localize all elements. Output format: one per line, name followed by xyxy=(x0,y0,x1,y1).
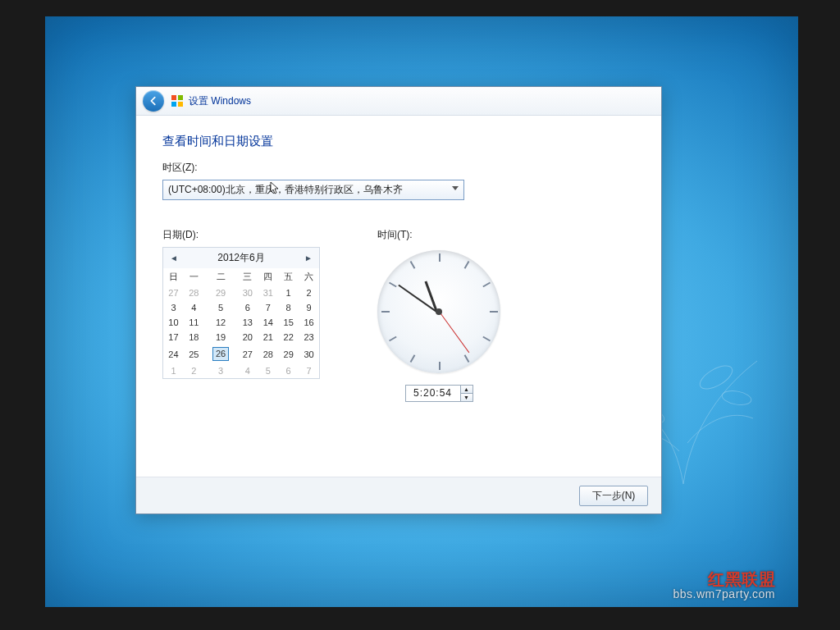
calendar-day[interactable]: 5 xyxy=(204,300,238,315)
calendar-day[interactable]: 15 xyxy=(278,315,299,330)
calendar-day[interactable]: 16 xyxy=(299,315,319,330)
calendar-day[interactable]: 4 xyxy=(184,300,204,315)
calendar-day[interactable]: 29 xyxy=(204,285,238,300)
watermark: 红黑联盟 bbs.wm7party.com xyxy=(673,571,775,600)
svg-rect-5 xyxy=(171,102,176,107)
watermark-logo: 红黑联盟 xyxy=(673,571,775,587)
windows-flag-icon xyxy=(171,94,184,107)
calendar-day[interactable]: 12 xyxy=(204,315,238,330)
analog-clock xyxy=(377,250,500,373)
time-column: 时间(T): 5:20:54 ▲ ▼ xyxy=(377,228,500,402)
calendar-day[interactable]: 27 xyxy=(163,285,184,300)
time-label: 时间(T): xyxy=(377,228,413,242)
calendar-grid: 日一二三四五六 27282930311234567891011121314151… xyxy=(163,268,319,378)
calendar-weekday: 日 xyxy=(163,268,184,285)
calendar-day[interactable]: 1 xyxy=(163,363,184,378)
calendar-day[interactable]: 7 xyxy=(299,363,319,378)
watermark-url: bbs.wm7party.com xyxy=(673,587,775,600)
date-label: 日期(D): xyxy=(162,228,320,242)
calendar-prev-button[interactable]: ◄ xyxy=(168,253,180,264)
page-title: 查看时间和日期设置 xyxy=(162,134,635,149)
calendar-day[interactable]: 30 xyxy=(299,345,319,363)
calendar-day[interactable]: 20 xyxy=(237,330,258,345)
calendar-day[interactable]: 28 xyxy=(184,285,204,300)
calendar-day[interactable]: 19 xyxy=(204,330,238,345)
time-spin-down[interactable]: ▼ xyxy=(461,394,472,401)
calendar[interactable]: ◄ 2012年6月 ► 日一二三四五六 27282930311234567891… xyxy=(162,247,320,379)
timezone-label: 时区(Z): xyxy=(162,161,635,175)
calendar-day[interactable]: 3 xyxy=(204,363,238,378)
clock-second-hand xyxy=(439,311,469,353)
calendar-weekday: 五 xyxy=(278,268,299,285)
calendar-day[interactable]: 11 xyxy=(184,315,204,330)
calendar-day[interactable]: 21 xyxy=(258,330,278,345)
monitor-frame: 设置 Windows 查看时间和日期设置 时区(Z): (UTC+08:00)北… xyxy=(0,0,840,630)
calendar-day[interactable]: 9 xyxy=(299,300,319,315)
calendar-day[interactable]: 26 xyxy=(204,345,238,363)
svg-rect-3 xyxy=(171,95,176,100)
time-value[interactable]: 5:20:54 xyxy=(406,386,460,401)
dialog-body: 查看时间和日期设置 时区(Z): (UTC+08:00)北京，重庆，香港特别行政… xyxy=(136,116,661,402)
dialog-header: 设置 Windows xyxy=(136,87,661,116)
calendar-day[interactable]: 2 xyxy=(299,285,319,300)
calendar-day[interactable]: 18 xyxy=(184,330,204,345)
calendar-day[interactable]: 6 xyxy=(237,300,258,315)
calendar-month-title: 2012年6月 xyxy=(217,251,264,265)
svg-rect-4 xyxy=(178,95,183,100)
calendar-day[interactable]: 23 xyxy=(299,330,319,345)
calendar-weekday: 四 xyxy=(258,268,278,285)
calendar-day[interactable]: 3 xyxy=(163,300,184,315)
calendar-weekday: 六 xyxy=(299,268,319,285)
back-button[interactable] xyxy=(143,90,164,112)
next-button[interactable]: 下一步(N) xyxy=(579,486,648,506)
svg-point-0 xyxy=(696,361,736,393)
setup-dialog: 设置 Windows 查看时间和日期设置 时区(Z): (UTC+08:00)北… xyxy=(135,86,662,514)
calendar-day[interactable]: 31 xyxy=(258,285,278,300)
desktop-background: 设置 Windows 查看时间和日期设置 时区(Z): (UTC+08:00)北… xyxy=(45,16,798,607)
calendar-day[interactable]: 29 xyxy=(278,345,299,363)
calendar-day[interactable]: 6 xyxy=(278,363,299,378)
calendar-day[interactable]: 7 xyxy=(258,300,278,315)
timezone-select[interactable]: (UTC+08:00)北京，重庆，香港特别行政区，乌鲁木齐 xyxy=(162,180,464,200)
calendar-day[interactable]: 5 xyxy=(258,363,278,378)
calendar-day[interactable]: 25 xyxy=(184,345,204,363)
calendar-day[interactable]: 8 xyxy=(278,300,299,315)
calendar-day[interactable]: 1 xyxy=(278,285,299,300)
date-column: 日期(D): ◄ 2012年6月 ► 日一二三四五六 2728293031123… xyxy=(162,228,320,402)
time-spin-up[interactable]: ▲ xyxy=(461,386,472,394)
calendar-day[interactable]: 4 xyxy=(237,363,258,378)
calendar-day[interactable]: 30 xyxy=(237,285,258,300)
calendar-weekday: 一 xyxy=(184,268,204,285)
calendar-next-button[interactable]: ► xyxy=(303,253,314,264)
timezone-value: (UTC+08:00)北京，重庆，香港特别行政区，乌鲁木齐 xyxy=(168,184,403,195)
dialog-footer: 下一步(N) xyxy=(136,477,661,514)
dialog-title: 设置 Windows xyxy=(189,94,251,108)
calendar-day[interactable]: 2 xyxy=(184,363,204,378)
calendar-day[interactable]: 10 xyxy=(163,315,184,330)
calendar-weekday: 三 xyxy=(237,268,258,285)
svg-point-1 xyxy=(721,389,752,407)
calendar-weekday: 二 xyxy=(204,268,238,285)
calendar-day[interactable]: 13 xyxy=(237,315,258,330)
clock-hub xyxy=(436,308,442,315)
svg-rect-6 xyxy=(178,102,183,107)
calendar-day[interactable]: 17 xyxy=(163,330,184,345)
calendar-day[interactable]: 28 xyxy=(258,345,278,363)
calendar-day[interactable]: 24 xyxy=(163,345,184,363)
time-spinner[interactable]: 5:20:54 ▲ ▼ xyxy=(405,385,473,402)
calendar-day[interactable]: 27 xyxy=(237,345,258,363)
mouse-cursor xyxy=(270,181,280,194)
calendar-day[interactable]: 22 xyxy=(278,330,299,345)
calendar-day[interactable]: 14 xyxy=(258,315,278,330)
calendar-header: ◄ 2012年6月 ► xyxy=(163,248,319,268)
